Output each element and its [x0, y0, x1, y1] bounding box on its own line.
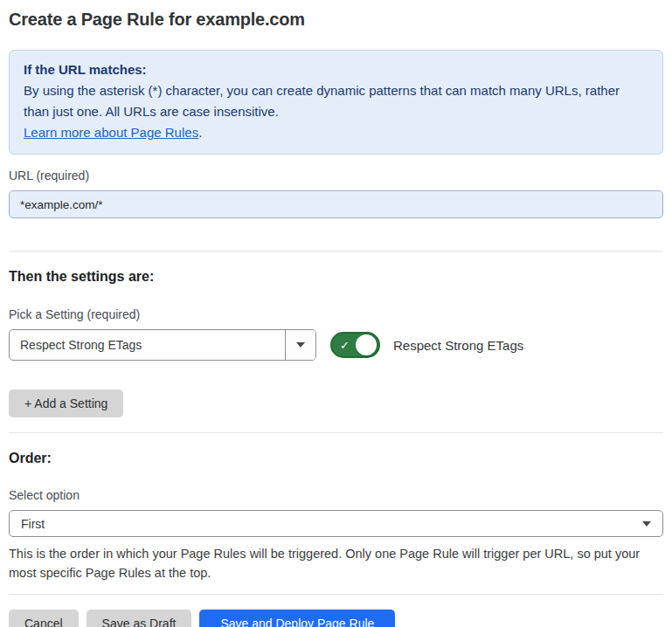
order-help-text: This is the order in which your Page Rul… [9, 544, 663, 582]
check-icon: ✓ [340, 340, 350, 351]
setting-row: Respect Strong ETags ✓ Respect Strong ET… [9, 329, 663, 361]
info-box-body: By using the asterisk (*) character, you… [24, 80, 648, 122]
info-box-link-line: Learn more about Page Rules. [24, 122, 648, 143]
chevron-down-icon [296, 342, 305, 348]
url-field-label: URL (required) [9, 169, 663, 183]
create-page-rule-form: Create a Page Rule for example.com If th… [0, 0, 672, 627]
pick-setting-label: Pick a Setting (required) [9, 307, 663, 321]
learn-more-link[interactable]: Learn more about Page Rules [24, 125, 198, 140]
divider [9, 594, 663, 595]
page-title: Create a Page Rule for example.com [9, 10, 663, 30]
setting-select[interactable]: Respect Strong ETags [9, 329, 316, 361]
save-and-deploy-button[interactable]: Save and Deploy Page Rule [199, 610, 395, 627]
chevron-down-icon [642, 521, 651, 527]
order-select-value: First [21, 517, 45, 531]
toggle-knob [356, 334, 377, 355]
link-period: . [198, 125, 202, 140]
url-input[interactable] [9, 190, 663, 218]
info-box-heading: If the URL matches: [24, 59, 648, 80]
order-select-label: Select option [9, 488, 663, 502]
url-match-info-box: If the URL matches: By using the asteris… [9, 50, 663, 155]
divider [9, 251, 663, 251]
add-setting-button[interactable]: + Add a Setting [9, 389, 123, 417]
form-actions: Cancel Save as Draft Save and Deploy Pag… [9, 610, 663, 627]
setting-select-arrow-button[interactable] [285, 330, 315, 360]
order-section-heading: Order: [9, 451, 663, 466]
cancel-button[interactable]: Cancel [9, 610, 79, 627]
divider [9, 432, 663, 433]
setting-select-value: Respect Strong ETags [10, 330, 285, 360]
save-as-draft-button[interactable]: Save as Draft [87, 610, 192, 627]
toggle-label: Respect Strong ETags [393, 338, 523, 353]
order-select[interactable]: First [9, 510, 663, 537]
respect-strong-etags-toggle[interactable]: ✓ [330, 332, 380, 358]
settings-section-heading: Then the settings are: [9, 269, 663, 285]
